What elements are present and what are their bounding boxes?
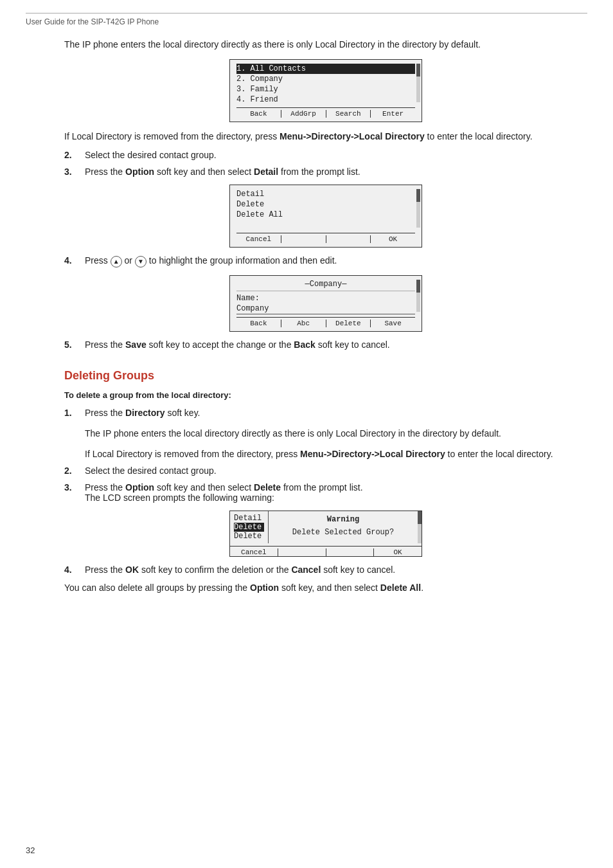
step4-num: 4. — [64, 255, 85, 266]
screen4-scrollbar — [418, 511, 422, 543]
step2-num: 2. — [64, 150, 85, 160]
del-step3-post: from the prompt list. — [281, 482, 363, 493]
del-last-bold: Option — [250, 583, 279, 593]
step5-content: Press the Save soft key to accept the ch… — [85, 339, 587, 350]
del-last-para: You can also delete all groups by pressi… — [64, 581, 587, 595]
step3-post: soft key and then select — [154, 167, 254, 177]
screen3-footer: Back Abc Delete Save — [236, 317, 415, 327]
step4-pre: Press — [85, 255, 111, 266]
del-step3-pre: Press the — [85, 482, 125, 493]
section-title: Deleting Groups — [64, 369, 587, 383]
step3-bold: Option — [125, 167, 154, 177]
del-step3: 3. Press the Option soft key and then se… — [64, 482, 587, 503]
screen4-footer: Cancel OK — [230, 546, 422, 556]
del-step4: 4. Press the OK soft key to confirm the … — [64, 565, 587, 575]
screen2-row4 — [236, 220, 415, 230]
screen1-row3: 3. Family — [236, 84, 415, 95]
del-step3-num: 3. — [64, 482, 85, 493]
screen2: Detail Delete Delete All Cancel OK — [229, 185, 422, 248]
page-header: User Guide for the SIP-T42G IP Phone — [26, 13, 587, 26]
del-step3-content: Press the Option soft key and then selec… — [85, 482, 587, 503]
step5: 5. Press the Save soft key to accept the… — [64, 339, 587, 350]
scrollbar3 — [416, 280, 420, 312]
step3-pre: Press the — [85, 167, 125, 177]
intro-para2-bold: Menu->Directory->Local Directory — [280, 131, 425, 141]
step3: 3. Press the Option soft key and then se… — [64, 167, 587, 177]
screen1-row4: 4. Friend — [236, 95, 415, 105]
del-step2-num: 2. — [64, 466, 85, 476]
del-step4-num: 4. — [64, 565, 85, 575]
del-step4-content: Press the OK soft key to confirm the del… — [85, 565, 587, 575]
screen1-row2: 2. Company — [236, 74, 415, 84]
step4-content: Press ▲ or ▼ to highlight the group info… — [85, 255, 587, 267]
procedure-title: To delete a group from the local directo… — [64, 389, 587, 402]
screen1-footer-search: Search — [326, 110, 371, 118]
screen3-company-value: Company — [236, 303, 415, 314]
step2: 2. Select the desired contact group. — [64, 150, 587, 160]
screen4-scrollbar-thumb — [418, 511, 422, 524]
del-step1-bold: Directory — [125, 408, 164, 418]
screen4-left-row2: Delete — [234, 523, 264, 532]
step3-post2: from the prompt list. — [278, 167, 360, 177]
intro-para1: The IP phone enters the local directory … — [64, 38, 587, 51]
intro-para2: If Local Directory is removed from the d… — [64, 130, 587, 143]
del-step3-mid: soft key and then select — [154, 482, 254, 493]
screen1-row1: 1. All Contacts — [236, 64, 415, 74]
del-step1-num: 1. — [64, 408, 85, 418]
screen4-footer-cancel: Cancel — [230, 548, 278, 556]
del-para2-post: to enter the local directory. — [445, 449, 553, 459]
step5-pre: Press the — [85, 339, 125, 350]
del-step4-pre: Press the — [85, 565, 125, 575]
screen3-title: —Company— — [236, 280, 415, 291]
del-step4-mid: soft key to confirm the deletion or the — [139, 565, 291, 575]
screen4-left-row1: Detail — [234, 514, 264, 523]
page-number: 32 — [26, 845, 35, 855]
scrollbar2 — [416, 189, 420, 228]
step5-list: 5. Press the Save soft key to accept the… — [64, 339, 587, 350]
screen2-footer-ok: OK — [371, 235, 415, 243]
scrollbar1 — [416, 64, 420, 102]
del-last-post: . — [421, 583, 423, 593]
screen4-footer-empty1 — [278, 548, 326, 556]
screen2-footer: Cancel OK — [236, 233, 415, 243]
del-para2-bold: Menu->Directory->Local Directory — [300, 449, 445, 459]
del-step4-post: soft key to cancel. — [321, 565, 395, 575]
screen2-footer-cancel: Cancel — [236, 235, 281, 243]
screen2-row2: Delete — [236, 199, 415, 210]
nav-arrows: ▲ — [111, 256, 122, 267]
step4-post: to highlight the group information and t… — [149, 255, 337, 266]
arrow-up: ▲ — [111, 256, 122, 267]
del-para2-pre: If Local Directory is removed from the d… — [85, 449, 300, 459]
step5-num: 5. — [64, 339, 85, 350]
step5-bold: Save — [125, 339, 147, 350]
del-step1-content: Press the Directory soft key. The IP pho… — [85, 408, 587, 459]
screen2-row3: Delete All — [236, 210, 415, 220]
del-step3-sub: The LCD screen prompts the following war… — [85, 493, 274, 503]
screen4-warning-text: Delete Selected Group? — [275, 528, 411, 537]
intro-para2-pre: If Local Directory is removed from the d… — [64, 131, 280, 141]
arrow-down: ▼ — [135, 256, 147, 267]
screen1-footer-back: Back — [236, 110, 281, 118]
step5-post: soft key to cancel. — [315, 339, 390, 350]
screen4-footer-ok: OK — [374, 548, 422, 556]
step4-or: or — [125, 255, 135, 266]
step3-text: Press the Option soft key and then selec… — [85, 167, 587, 177]
screen3-footer-save: Save — [371, 320, 415, 327]
screen4-left: Detail Delete Delete — [230, 511, 269, 543]
screen3-name-label: Name: — [236, 293, 415, 303]
step3-bold2: Detail — [254, 167, 278, 177]
del-para1: The IP phone enters the local directory … — [85, 428, 501, 439]
step5-mid: soft key to accept the change or the — [147, 339, 294, 350]
del-step4-bold2: Cancel — [291, 565, 321, 575]
del-step3-bold2: Delete — [254, 482, 281, 493]
screen4-footer-empty2 — [326, 548, 375, 556]
intro-para2-post: to enter the local directory. — [425, 131, 533, 141]
screen3-footer-delete: Delete — [326, 320, 371, 327]
nav-arrows-down: ▼ — [135, 256, 147, 267]
step2-text: Select the desired contact group. — [85, 150, 587, 160]
del-last-pre: You can also delete all groups by pressi… — [64, 583, 250, 593]
del-step2-text: Select the desired contact group. — [85, 466, 587, 476]
del-step4-list: 4. Press the OK soft key to confirm the … — [64, 565, 587, 575]
screen1-footer-addgrp: AddGrp — [281, 110, 326, 118]
step4-list: 4. Press ▲ or ▼ to highlight the group i… — [64, 255, 587, 267]
